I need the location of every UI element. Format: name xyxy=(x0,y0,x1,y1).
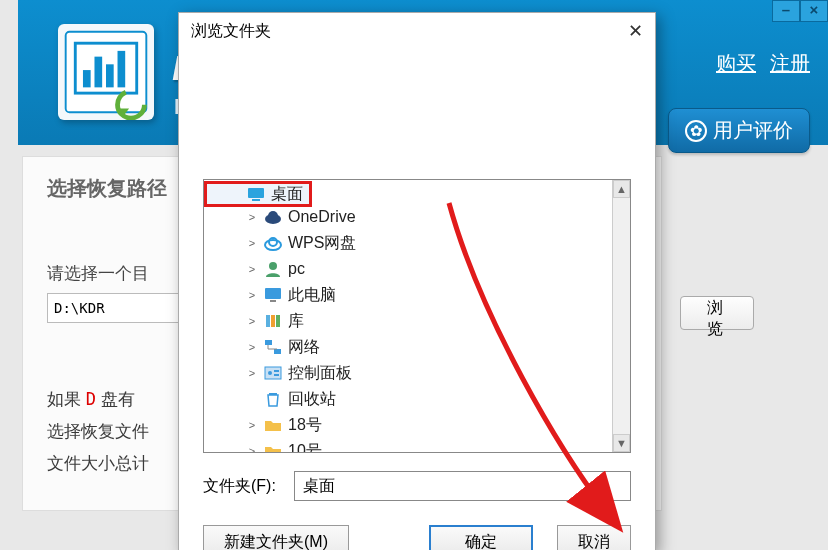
svg-rect-2 xyxy=(83,70,91,87)
user-feedback-button[interactable]: ✿ 用户评价 xyxy=(668,108,810,153)
tree-item-label: 网络 xyxy=(288,337,320,358)
svg-rect-18 xyxy=(271,315,275,327)
tip1-prefix: 如果 xyxy=(47,390,86,409)
minimize-button[interactable]: – xyxy=(772,0,800,22)
library-icon xyxy=(264,312,282,330)
svg-rect-5 xyxy=(118,51,126,87)
buy-link[interactable]: 购买 xyxy=(716,50,756,77)
svg-rect-8 xyxy=(248,188,264,198)
cloud-dark-icon xyxy=(264,208,282,226)
window-controls: – × xyxy=(772,0,828,22)
tree-item-label: 10号 xyxy=(288,441,322,454)
tree-item-folder[interactable]: >18号 xyxy=(204,412,630,438)
expander-icon[interactable]: > xyxy=(246,289,258,301)
folder-icon xyxy=(264,416,282,434)
folder-name-label: 文件夹(F): xyxy=(203,476,276,497)
tree-item-library[interactable]: >库 xyxy=(204,308,630,334)
svg-rect-4 xyxy=(106,64,114,87)
browse-button[interactable]: 浏 览 xyxy=(680,296,754,330)
monitor-icon xyxy=(264,286,282,304)
tree-item-recycle[interactable]: 回收站 xyxy=(204,386,630,412)
tree-item-user[interactable]: >pc xyxy=(204,256,630,282)
svg-rect-21 xyxy=(274,349,281,354)
dialog-title: 浏览文件夹 xyxy=(191,21,271,42)
scroll-up-icon[interactable]: ▲ xyxy=(613,180,630,198)
scroll-down-icon[interactable]: ▼ xyxy=(613,434,630,452)
tree-item-control[interactable]: >控制面板 xyxy=(204,360,630,386)
tree-item-label: pc xyxy=(288,260,305,278)
folder-name-input[interactable] xyxy=(294,471,631,501)
svg-rect-25 xyxy=(274,374,279,376)
svg-point-14 xyxy=(269,262,277,270)
folder-icon xyxy=(264,442,282,453)
tree-item-label: 桌面 xyxy=(271,184,303,205)
tree-item-cloud-dark[interactable]: >OneDrive xyxy=(204,204,630,230)
svg-rect-22 xyxy=(265,367,281,379)
network-icon xyxy=(264,338,282,356)
svg-point-23 xyxy=(268,371,272,375)
tip1-suffix: 盘有 xyxy=(101,390,135,409)
expander-icon[interactable]: > xyxy=(246,419,258,431)
tree-item-label: 控制面板 xyxy=(288,363,352,384)
tree-item-desktop[interactable]: 桌面 xyxy=(204,181,312,207)
svg-rect-9 xyxy=(252,199,260,201)
tree-item-label: 此电脑 xyxy=(288,285,336,306)
tree-item-label: 回收站 xyxy=(288,389,336,410)
svg-rect-3 xyxy=(94,57,102,88)
new-folder-button[interactable]: 新建文件夹(M) xyxy=(203,525,349,550)
close-button[interactable]: × xyxy=(800,0,828,22)
expander-icon[interactable]: > xyxy=(246,341,258,353)
expander-icon[interactable]: > xyxy=(246,263,258,275)
svg-rect-17 xyxy=(266,315,270,327)
tree-item-label: 库 xyxy=(288,311,304,332)
register-link[interactable]: 注册 xyxy=(770,50,810,77)
app-logo xyxy=(58,24,154,120)
tree-item-cloud-blue[interactable]: >WPS网盘 xyxy=(204,230,630,256)
desktop-icon xyxy=(247,185,265,203)
tree-item-network[interactable]: >网络 xyxy=(204,334,630,360)
tree-item-label: WPS网盘 xyxy=(288,233,356,254)
control-icon xyxy=(264,364,282,382)
tip1-drive-letter: D xyxy=(86,389,96,409)
tree-item-label: 18号 xyxy=(288,415,322,436)
feedback-button-label: 用户评价 xyxy=(713,117,793,144)
tree-item-monitor[interactable]: >此电脑 xyxy=(204,282,630,308)
expander-icon[interactable]: > xyxy=(246,211,258,223)
tree-item-folder[interactable]: >10号 xyxy=(204,438,630,453)
expander-icon[interactable]: > xyxy=(246,315,258,327)
cancel-button[interactable]: 取消 xyxy=(557,525,631,550)
scrollbar[interactable]: ▲ ▼ xyxy=(612,180,630,452)
svg-rect-16 xyxy=(270,300,276,302)
svg-rect-19 xyxy=(276,315,280,327)
recycle-icon xyxy=(264,390,282,408)
svg-point-11 xyxy=(268,211,278,221)
close-icon[interactable]: ✕ xyxy=(628,20,643,42)
svg-rect-20 xyxy=(265,340,272,345)
svg-rect-15 xyxy=(265,288,281,299)
expander-icon[interactable]: > xyxy=(246,237,258,249)
user-icon xyxy=(264,260,282,278)
browse-folder-dialog: 浏览文件夹 ✕ 桌面>OneDrive>WPS网盘>pc>此电脑>库>网络>控制… xyxy=(178,12,656,550)
ok-button[interactable]: 确定 xyxy=(429,525,533,550)
svg-rect-24 xyxy=(274,370,279,372)
svg-rect-26 xyxy=(269,393,277,395)
expander-icon[interactable]: > xyxy=(246,367,258,379)
path-input[interactable] xyxy=(47,293,187,323)
tree-item-label: OneDrive xyxy=(288,208,356,226)
expander-icon[interactable]: > xyxy=(246,445,258,453)
cloud-blue-icon xyxy=(264,234,282,252)
feedback-icon: ✿ xyxy=(685,120,707,142)
header-links: 购买 注册 xyxy=(716,50,810,77)
folder-tree[interactable]: 桌面>OneDrive>WPS网盘>pc>此电脑>库>网络>控制面板回收站>18… xyxy=(203,179,631,453)
